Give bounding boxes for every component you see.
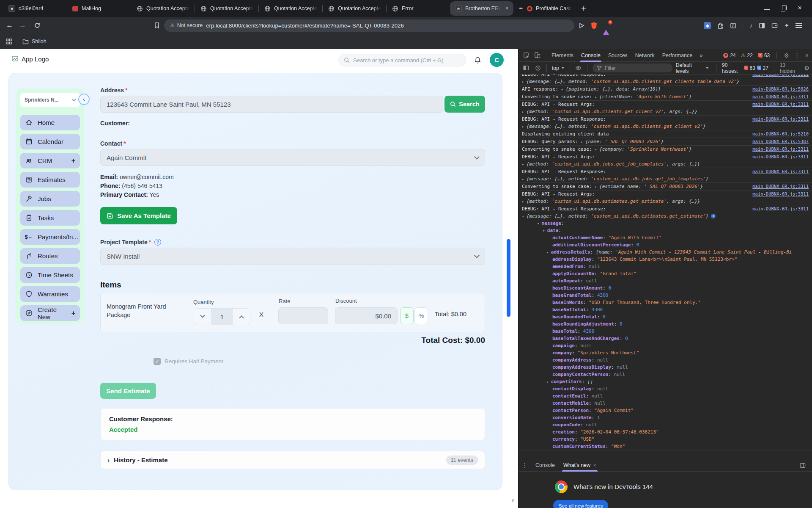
console-row[interactable]: contactEmail: null xyxy=(518,392,812,400)
browser-tab[interactable]: ✒Profitable Casts W xyxy=(513,1,577,16)
console-row[interactable]: ▸ {message: {…}, method: 'custom_ui.api.… xyxy=(518,175,812,182)
console-row[interactable]: contactMobile: null xyxy=(518,400,812,407)
plus-icon[interactable]: + xyxy=(71,157,75,165)
side-panel-icon[interactable] xyxy=(759,22,765,29)
console-row[interactable]: ▾ data: xyxy=(518,227,812,234)
security-indicator[interactable]: ⚠ Not secure xyxy=(170,22,203,28)
console-row[interactable]: DEBUG: API - Request Args:main-DUBNX-6R.… xyxy=(518,101,812,108)
plus-icon[interactable]: + xyxy=(71,309,75,317)
devtools-tab-performance[interactable]: Performance xyxy=(658,49,697,62)
source-link[interactable]: main-DUBNX-6R.js:5387 xyxy=(748,138,812,145)
console-settings-gear-icon[interactable]: ⚙ xyxy=(804,65,809,72)
console-row[interactable]: Converting to snake case: ▸ {clientName:… xyxy=(518,93,812,100)
console-row[interactable]: DEBUG: API - Request Response:main-DUBNX… xyxy=(518,116,812,123)
project-template-select[interactable]: SNW Install xyxy=(100,248,485,265)
discount-input[interactable]: $0.00 xyxy=(335,307,398,324)
source-link[interactable]: main-DUBNX-6R.js:3311 xyxy=(748,168,812,175)
quantity-decrement-button[interactable] xyxy=(194,309,211,325)
console-row[interactable]: Converting to snake case: ▸ {company: 'S… xyxy=(518,146,812,153)
console-row[interactable]: actualCustomerName: "Again With Commit" xyxy=(518,234,812,241)
console-row[interactable]: currency: "USD" xyxy=(518,436,812,443)
console-row[interactable]: DEBUG: API - Request Response:main-DUBNX… xyxy=(518,205,812,213)
browser-tab[interactable]: Error xyxy=(387,1,450,16)
console-row[interactable]: baseTotal: 4300 xyxy=(518,328,812,335)
discount-percent-button[interactable]: % xyxy=(414,307,428,324)
source-link[interactable]: main-DUBNX-6R.js:5026 xyxy=(748,86,812,93)
console-row[interactable]: baseInWords: "USD Four Thousand, Three H… xyxy=(518,299,812,306)
console-sidebar-icon[interactable] xyxy=(521,64,531,73)
url-text[interactable]: erp.local:8000/clients?lookup=customer#/… xyxy=(206,22,404,29)
reload-icon[interactable] xyxy=(34,22,41,29)
console-row[interactable]: contactPerson: "Again Commit" xyxy=(518,407,812,414)
source-link[interactable]: main-DUBNX-6R.js:3311 xyxy=(748,116,812,123)
notifications-bell-icon[interactable] xyxy=(474,55,482,64)
console-row[interactable]: company: "Sprinklers Northwest" xyxy=(518,349,812,356)
console-row[interactable]: baseGrandTotal: 4300 xyxy=(518,292,812,299)
sidebar-item-jobs[interactable]: Jobs xyxy=(20,191,80,207)
browser-tab[interactable]: Quotation Accepted xyxy=(323,1,386,16)
console-row[interactable]: ▸ {method: 'custom_ui.api.db.estimates.g… xyxy=(518,198,812,205)
console-row[interactable]: ▸ {message: {…}, method: 'custom_ui.api.… xyxy=(518,78,812,85)
console-row[interactable]: ▸ {method: 'custom_ui.api.db.jobs.get_jo… xyxy=(518,160,812,168)
console-row[interactable]: creation: "2026-02-04 08:37:48.038213" xyxy=(518,428,812,436)
console-row[interactable]: couponCode: null xyxy=(518,421,812,428)
new-tab-button[interactable]: + xyxy=(581,4,586,14)
devtools-tab-console[interactable]: Console xyxy=(577,49,604,62)
log-levels-select[interactable]: Default levels xyxy=(674,62,710,74)
console-row[interactable]: companyContactPerson: null xyxy=(518,371,812,378)
back-icon[interactable]: ← xyxy=(6,21,13,30)
sidebar-item-create-new[interactable]: Create New+ xyxy=(20,305,80,321)
browser-tab[interactable]: Quotation Accepted xyxy=(259,1,322,16)
minimize-icon[interactable] xyxy=(764,6,770,11)
devtools-tab-elements[interactable]: Elements xyxy=(548,49,577,62)
console-row[interactable]: conversionRate: 1 xyxy=(518,414,812,421)
console-row[interactable]: autoRepeat: null xyxy=(518,277,812,284)
console-row[interactable]: amendedFrom: null xyxy=(518,263,812,270)
sidebar-item-time-sheets[interactable]: Time Sheets xyxy=(20,267,80,283)
console-row[interactable]: ▾ {message: {…}, method: 'custom_ui.api.… xyxy=(518,213,812,220)
send-page-icon[interactable] xyxy=(579,22,585,29)
global-search-input[interactable]: Search or type a command (Ctrl + G) xyxy=(338,54,466,66)
company-select[interactable]: Sprinklers N... xyxy=(20,93,80,107)
console-row[interactable]: ▸ addressDetails: {name: 'Again With Com… xyxy=(518,248,812,256)
warning-count[interactable]: ⚠ 22 xyxy=(741,52,753,58)
console-row[interactable]: contactDisplay: null xyxy=(518,385,812,392)
sidebar-item-tasks[interactable]: Tasks xyxy=(20,210,80,226)
console-row[interactable]: companyAddressDisplay: null xyxy=(518,364,812,371)
browser-tab[interactable]: MailHog xyxy=(67,1,131,16)
drawer-tab-what-s-new[interactable]: What's new× xyxy=(559,459,601,472)
console-row[interactable]: ▸ {method: 'custom_ui.api.db.clients.get… xyxy=(518,108,812,115)
more-tabs-icon[interactable]: » xyxy=(697,52,705,58)
issues-summary[interactable]: 90 Issues: ! 63 ! 27 xyxy=(722,62,768,74)
console-row[interactable]: DEBUG: API - Request Response:main-DUBNX… xyxy=(518,168,812,175)
console-row[interactable]: baseRoundingAdjustment: 0 xyxy=(518,320,812,328)
console-row[interactable]: ▸ competitors: [] xyxy=(518,378,812,385)
source-link[interactable]: main-DUBNX-6R.js:3311 xyxy=(748,75,812,78)
extension-icon[interactable] xyxy=(717,22,724,29)
discount-dollar-button[interactable]: $ xyxy=(400,307,414,324)
console-row[interactable]: Displaying existing client datamain-DUBN… xyxy=(518,130,812,138)
console-row[interactable]: DEBUG: Query params: ▸ {name: '-SAL-QT-0… xyxy=(518,138,812,145)
source-link[interactable]: main-DUBNX-6R.js:5210 xyxy=(748,130,812,138)
password-manager-icon[interactable]: ◆ xyxy=(704,22,711,29)
address-bar[interactable]: ⚠ Not secure erp.local:8000/clients?look… xyxy=(164,19,574,32)
clear-console-icon[interactable] xyxy=(533,64,543,73)
close-window-icon[interactable] xyxy=(797,6,803,11)
see-all-features-button[interactable]: See all new features xyxy=(553,500,608,508)
info-icon[interactable]: i xyxy=(711,214,716,218)
help-icon[interactable]: ? xyxy=(154,239,161,246)
sidebar-item-calendar[interactable]: Calendar xyxy=(20,134,80,149)
console-row[interactable]: applyDiscountOn: "Grand Total" xyxy=(518,270,812,277)
brave-shield-icon[interactable] xyxy=(591,22,597,29)
apps-grid-icon[interactable] xyxy=(6,39,12,44)
address-input[interactable]: 123643 Commit Lane Saint Paul, MN 55123 xyxy=(100,96,443,113)
sidebar-item-crm[interactable]: CRM+ xyxy=(20,153,80,168)
console-row[interactable]: baseRoundedTotal: 0 xyxy=(518,313,812,320)
error-count[interactable]: ✕ 24 xyxy=(723,52,735,58)
console-row[interactable]: API response: ▸ {pagination: {…}, data: … xyxy=(518,86,812,93)
source-link[interactable]: main-DUBNX-6R.js:3311 xyxy=(748,93,812,100)
device-toolbar-icon[interactable] xyxy=(532,51,542,60)
send-estimate-button[interactable]: Send Estimate xyxy=(100,383,156,399)
media-icon[interactable]: ♪ xyxy=(749,22,752,29)
close-tab-icon[interactable]: × xyxy=(505,6,508,11)
